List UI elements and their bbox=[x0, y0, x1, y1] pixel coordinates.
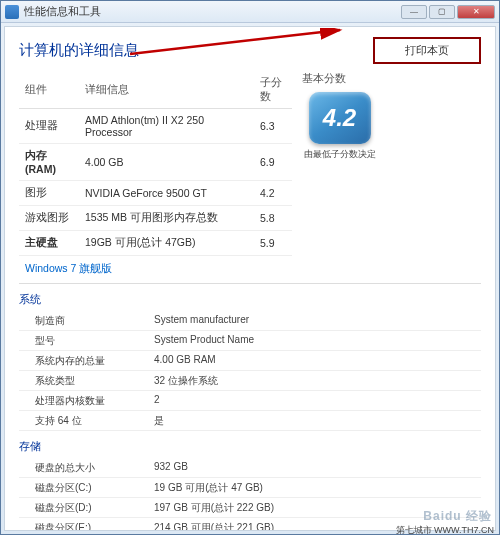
table-row: 游戏图形1535 MB 可用图形内存总数5.8 bbox=[19, 206, 292, 231]
kv-value: 932 GB bbox=[154, 461, 481, 475]
cell-subscore: 4.2 bbox=[254, 181, 292, 206]
kv-key: 处理器内核数量 bbox=[19, 394, 154, 408]
cell-component: 主硬盘 bbox=[19, 231, 79, 256]
kv-key: 支持 64 位 bbox=[19, 414, 154, 428]
close-button[interactable]: ✕ bbox=[457, 5, 495, 19]
table-row: 处理器AMD Athlon(tm) II X2 250 Processor6.3 bbox=[19, 109, 292, 144]
kv-row: 磁盘分区(D:)197 GB 可用(总计 222 GB) bbox=[19, 498, 481, 518]
section-title: 存储 bbox=[19, 439, 481, 454]
cell-subscore: 5.9 bbox=[254, 231, 292, 256]
cell-component: 游戏图形 bbox=[19, 206, 79, 231]
cell-subscore: 6.9 bbox=[254, 144, 292, 181]
kv-value: 32 位操作系统 bbox=[154, 374, 481, 388]
cell-subscore: 5.8 bbox=[254, 206, 292, 231]
kv-row: 系统类型32 位操作系统 bbox=[19, 371, 481, 391]
score-badge: 4.2 bbox=[309, 92, 371, 144]
cell-component: 图形 bbox=[19, 181, 79, 206]
section-title: 系统 bbox=[19, 292, 481, 307]
cell-detail: 19GB 可用(总计 47GB) bbox=[79, 231, 254, 256]
kv-row: 制造商System manufacturer bbox=[19, 311, 481, 331]
th-basescore: 基本分数 bbox=[302, 72, 377, 86]
maximize-button[interactable]: ▢ bbox=[429, 5, 455, 19]
th-component: 组件 bbox=[19, 72, 79, 109]
kv-row: 系统内存的总量4.00 GB RAM bbox=[19, 351, 481, 371]
cell-component: 内存(RAM) bbox=[19, 144, 79, 181]
kv-row: 硬盘的总大小932 GB bbox=[19, 458, 481, 478]
page-title: 计算机的详细信息 bbox=[19, 41, 373, 60]
watermark-site: 第七城市 WWW.TH7.CN bbox=[396, 524, 495, 537]
kv-row: 处理器内核数量2 bbox=[19, 391, 481, 411]
kv-value: System manufacturer bbox=[154, 314, 481, 328]
minimize-button[interactable]: — bbox=[401, 5, 427, 19]
th-subscore: 子分数 bbox=[254, 72, 292, 109]
kv-row: 型号System Product Name bbox=[19, 331, 481, 351]
kv-value: 19 GB 可用(总计 47 GB) bbox=[154, 481, 481, 495]
watermark-baidu: Baidu 经验 bbox=[423, 508, 492, 525]
window-title: 性能信息和工具 bbox=[24, 4, 101, 19]
kv-row: 支持 64 位是 bbox=[19, 411, 481, 431]
kv-value: 4.00 GB RAM bbox=[154, 354, 481, 368]
kv-key: 型号 bbox=[19, 334, 154, 348]
th-detail: 详细信息 bbox=[79, 72, 254, 109]
cell-component: 处理器 bbox=[19, 109, 79, 144]
table-row: 内存(RAM)4.00 GB6.9 bbox=[19, 144, 292, 181]
kv-key: 磁盘分区(E:) bbox=[19, 521, 154, 532]
cell-detail: NVIDIA GeForce 9500 GT bbox=[79, 181, 254, 206]
kv-key: 硬盘的总大小 bbox=[19, 461, 154, 475]
os-edition: Windows 7 旗舰版 bbox=[19, 256, 292, 282]
kv-key: 系统类型 bbox=[19, 374, 154, 388]
kv-row: 磁盘分区(C:)19 GB 可用(总计 47 GB) bbox=[19, 478, 481, 498]
kv-key: 磁盘分区(C:) bbox=[19, 481, 154, 495]
table-row: 主硬盘19GB 可用(总计 47GB)5.9 bbox=[19, 231, 292, 256]
print-button[interactable]: 打印本页 bbox=[373, 37, 481, 64]
kv-key: 磁盘分区(D:) bbox=[19, 501, 154, 515]
cell-detail: 4.00 GB bbox=[79, 144, 254, 181]
badge-caption: 由最低子分数决定 bbox=[302, 148, 377, 161]
kv-value: 2 bbox=[154, 394, 481, 408]
kv-key: 制造商 bbox=[19, 314, 154, 328]
kv-key: 系统内存的总量 bbox=[19, 354, 154, 368]
titlebar: 性能信息和工具 — ▢ ✕ bbox=[1, 1, 499, 23]
app-icon bbox=[5, 5, 19, 19]
score-table: 组件 详细信息 子分数 处理器AMD Athlon(tm) II X2 250 … bbox=[19, 72, 292, 281]
cell-detail: AMD Athlon(tm) II X2 250 Processor bbox=[79, 109, 254, 144]
kv-value: 是 bbox=[154, 414, 481, 428]
table-row: 图形NVIDIA GeForce 9500 GT4.2 bbox=[19, 181, 292, 206]
cell-detail: 1535 MB 可用图形内存总数 bbox=[79, 206, 254, 231]
cell-subscore: 6.3 bbox=[254, 109, 292, 144]
kv-value: System Product Name bbox=[154, 334, 481, 348]
